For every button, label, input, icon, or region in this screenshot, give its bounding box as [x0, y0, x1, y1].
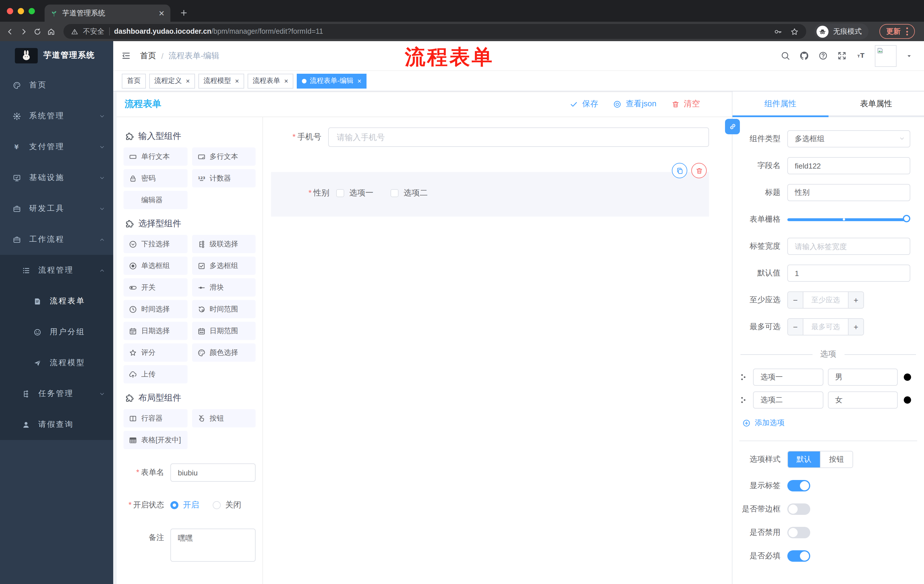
sidebar-item-payment[interactable]: 支付管理	[0, 132, 113, 162]
home-icon[interactable]	[47, 27, 56, 36]
password-key-icon[interactable]	[774, 27, 782, 36]
option-label-input[interactable]	[753, 368, 823, 386]
clear-button[interactable]: 清空	[671, 99, 700, 109]
avatar[interactable]	[875, 45, 896, 67]
search-icon[interactable]	[780, 51, 790, 61]
browser-menu-icon[interactable]	[906, 28, 908, 35]
tab-component-props[interactable]: 组件属性	[733, 91, 828, 117]
drag-handle-icon[interactable]	[738, 395, 749, 405]
option-value-input[interactable]	[828, 392, 898, 409]
component-item[interactable]: 多选框组	[192, 257, 256, 275]
font-size-icon[interactable]	[856, 51, 866, 61]
field-name-input[interactable]	[787, 157, 910, 174]
option-label-input[interactable]	[753, 392, 823, 409]
page-tab[interactable]: 流程表单 ×	[248, 73, 293, 88]
sidebar-item-home[interactable]: 首页	[0, 70, 113, 100]
page-tab[interactable]: 流程模型 ×	[198, 73, 244, 88]
component-item[interactable]: 日期选择	[124, 322, 187, 340]
component-item[interactable]: 多行文本	[192, 147, 256, 166]
delete-component-button[interactable]	[691, 163, 707, 178]
component-item[interactable]: 颜色选择	[192, 344, 256, 362]
checkbox-box[interactable]	[391, 189, 399, 197]
back-icon[interactable]	[6, 27, 14, 36]
sidebar-item-user-group[interactable]: 用户分组	[0, 317, 113, 347]
page-tab[interactable]: 流程表单-编辑 ×	[297, 73, 366, 88]
component-item[interactable]: 单选框组	[124, 257, 187, 275]
component-item[interactable]: 上传	[124, 365, 187, 383]
component-item[interactable]: 单行文本	[124, 147, 187, 166]
minus-icon[interactable]: −	[788, 319, 804, 335]
page-tab[interactable]: 首页	[122, 73, 146, 88]
option-style-default[interactable]: 默认	[788, 451, 820, 467]
canvas-field-gender-selected[interactable]: *性别 选项一	[271, 172, 709, 217]
show-label-toggle[interactable]	[787, 480, 810, 492]
title-input[interactable]	[787, 184, 910, 201]
option-value-input[interactable]	[828, 368, 898, 386]
disabled-toggle[interactable]	[787, 527, 810, 538]
fullscreen-icon[interactable]	[837, 51, 847, 61]
canvas-field-phone[interactable]: *手机号	[271, 127, 709, 147]
component-item[interactable]: 计数器	[192, 169, 256, 188]
close-window-button[interactable]	[7, 8, 13, 14]
component-item[interactable]: 密码	[124, 169, 187, 188]
sidebar-item-task-mgmt[interactable]: 任务管理	[0, 378, 113, 409]
label-width-input[interactable]	[787, 238, 910, 255]
component-item[interactable]: 编辑器	[124, 191, 187, 209]
page-tab[interactable]: 流程定义 ×	[149, 73, 195, 88]
bookmark-star-icon[interactable]	[790, 27, 799, 36]
component-item[interactable]: 表格[开发中]	[124, 431, 187, 449]
github-icon[interactable]	[799, 51, 809, 61]
forward-icon[interactable]	[20, 27, 28, 36]
new-tab-button[interactable]	[180, 8, 188, 17]
form-grid-slider[interactable]	[787, 211, 910, 228]
view-json-button[interactable]: 查看json	[613, 99, 657, 109]
status-radio-on[interactable]: 开启	[170, 500, 199, 510]
tab-close-icon[interactable]: ×	[357, 77, 361, 84]
form-remark-textarea[interactable]: 嘿嘿	[170, 528, 256, 562]
tab-close-icon[interactable]: ×	[186, 77, 190, 84]
minimize-window-button[interactable]	[18, 8, 24, 14]
remove-option-icon[interactable]	[902, 395, 912, 405]
option-style-button[interactable]: 按钮	[820, 451, 853, 467]
sidebar-item-system[interactable]: 系统管理	[0, 100, 113, 132]
form-canvas[interactable]: *手机号 *性别	[263, 117, 732, 584]
component-item[interactable]: 下拉选择	[124, 235, 187, 253]
browser-tab[interactable]: 芋道管理系统 ✕	[45, 5, 170, 22]
tab-close-icon[interactable]: ✕	[158, 9, 165, 17]
phone-input[interactable]	[328, 127, 709, 147]
form-name-input[interactable]	[170, 464, 256, 482]
component-item[interactable]: 滑块	[192, 278, 256, 296]
component-type-value[interactable]	[787, 130, 910, 147]
component-item[interactable]: 行容器	[124, 409, 187, 428]
plus-icon[interactable]: +	[848, 292, 863, 308]
plus-icon[interactable]: +	[848, 319, 863, 335]
breadcrumb-home[interactable]: 首页	[140, 51, 156, 61]
status-radio-off[interactable]: 关闭	[213, 500, 241, 510]
border-toggle[interactable]	[787, 503, 810, 515]
max-select-input[interactable]	[804, 319, 848, 335]
minus-icon[interactable]: −	[788, 292, 804, 308]
slider-handle[interactable]	[903, 215, 910, 222]
sidebar-collapse-icon[interactable]	[121, 51, 131, 61]
copy-component-button[interactable]	[672, 163, 687, 178]
chrome-update-button[interactable]: 更新	[879, 24, 915, 39]
help-icon[interactable]	[818, 51, 828, 61]
component-item[interactable]: 时间选择	[124, 300, 187, 318]
component-type-select[interactable]	[787, 130, 910, 147]
link-button[interactable]	[725, 119, 740, 134]
reload-icon[interactable]	[33, 27, 42, 36]
tab-form-props[interactable]: 表单属性	[828, 91, 924, 117]
min-select-input[interactable]	[804, 292, 848, 308]
tab-close-icon[interactable]: ×	[235, 77, 239, 84]
tab-close-icon[interactable]: ×	[284, 77, 288, 84]
maximize-window-button[interactable]	[29, 8, 35, 14]
component-item[interactable]: 时间范围	[192, 300, 256, 318]
component-item[interactable]: 开关	[124, 278, 187, 296]
component-item[interactable]: 评分	[124, 344, 187, 362]
caret-down-icon[interactable]	[906, 52, 912, 59]
checkbox-option[interactable]: 选项一	[336, 188, 373, 198]
sidebar-item-process-model[interactable]: 流程模型	[0, 347, 113, 378]
drag-handle-icon[interactable]	[738, 372, 749, 382]
sidebar-item-workflow[interactable]: 工作流程	[0, 224, 113, 255]
add-option-button[interactable]: 添加选项	[742, 418, 924, 428]
